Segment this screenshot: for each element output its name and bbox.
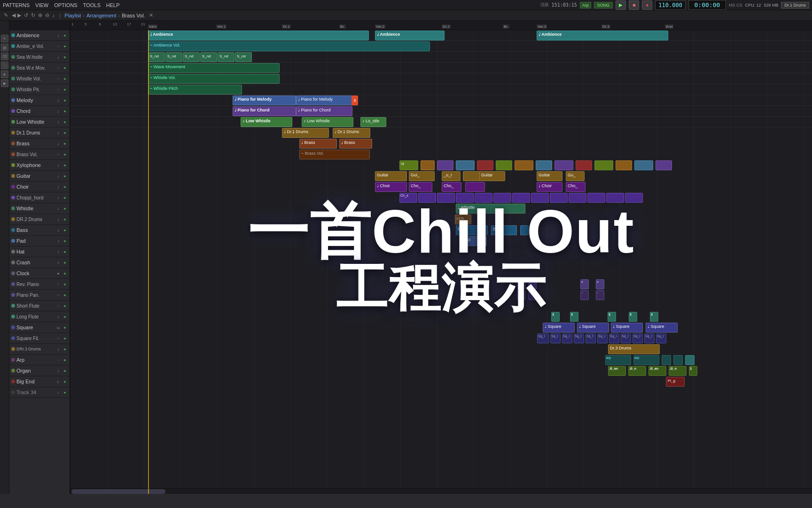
track-row-low-whistle[interactable]: Low Whistle ♪● — [9, 117, 70, 127]
clip-sea-whistle-6[interactable]: S_nd — [235, 52, 252, 62]
toolbar-icon-next[interactable]: ▶ — [17, 12, 21, 18]
track-row-whistle2[interactable]: Whistle ♩● — [9, 203, 70, 214]
track-row-pad[interactable]: Pad ♪● — [9, 236, 70, 246]
clip-bass-1[interactable]: Bass — [456, 225, 488, 235]
track-row-xylophone[interactable]: Xylophone ♩● — [9, 160, 70, 171]
track-row-melody[interactable]: Melody ♩● — [9, 95, 70, 106]
tool-select[interactable]: ▧ — [1, 44, 8, 51]
arrangement-link[interactable]: Arrangement — [86, 13, 117, 18]
breadcrumb-close[interactable]: ✕ — [149, 12, 153, 18]
toolbar-icon-undo[interactable]: ↺ — [24, 12, 28, 18]
menu-item-patterns[interactable]: PATTERNS — [3, 2, 30, 8]
clip-pad-1[interactable]: Pad — [461, 236, 487, 246]
track-row-dr3-drums[interactable]: DRr.3 Drums ♩● — [9, 344, 70, 355]
track-row-ambie-vol[interactable]: Ambie_e Vol. ~● — [9, 41, 70, 52]
track-row-dr2-drums[interactable]: DR.2 Drums ♩● — [9, 214, 70, 225]
menu-item-tools[interactable]: TOOLS — [83, 2, 101, 8]
track-row-organ[interactable]: Organ ♩● — [9, 365, 70, 376]
clip-ambie-vol[interactable]: ~ Ambience Vol. — [148, 41, 430, 51]
track-row-bass[interactable]: Bass ♩● — [9, 225, 70, 236]
horizontal-scrollbar[interactable] — [70, 488, 812, 494]
instrument-selector[interactable]: Dr.1 Drums — [781, 2, 809, 8]
clip-choir-2[interactable]: Cho_ — [409, 182, 432, 192]
clip-melody-1[interactable]: ♩ Piano for Melody — [233, 95, 296, 105]
clip-square-2[interactable]: ♩ Square — [577, 323, 609, 333]
clip-guitar-6[interactable]: Guitar — [537, 171, 562, 181]
track-row-ambience[interactable]: Ambience ♩● — [9, 30, 70, 41]
clip-brass-1[interactable]: ♩ Brass — [299, 139, 337, 149]
tool-playback[interactable]: ▶ — [1, 79, 8, 87]
track-row-rev-piano[interactable]: Rev. Piano ↑● — [9, 279, 70, 290]
clip-guitar-5[interactable]: Guitar — [479, 171, 505, 181]
track-row-choppi-hord[interactable]: Choppi_hord ♩● — [9, 192, 70, 203]
clip-ambience-2[interactable]: ♩ Ambience — [375, 31, 445, 40]
clip-chord-1[interactable]: ♩ Piano for Chord — [233, 106, 296, 116]
clip-arp-area[interactable]: arp arp — [605, 355, 699, 365]
tool-erase[interactable]: ⌫ — [1, 53, 8, 60]
clip-choir-3[interactable]: Cho_ — [442, 182, 461, 192]
track-row-long-flute[interactable]: Long Flute ♩● — [9, 311, 70, 322]
menu-item-help[interactable]: HELP — [106, 2, 120, 8]
track-row-square[interactable]: Square ω● — [9, 322, 70, 333]
clip-low-whistle-3[interactable]: ♪ Lo_stle — [360, 117, 386, 127]
clip-ambience-3[interactable]: ♩ Ambience — [537, 31, 668, 40]
toolbar-icon-redo[interactable]: ↻ — [31, 12, 35, 18]
track-row-hat[interactable]: Hat I● — [9, 246, 70, 257]
clip-guitar-2[interactable]: Gui_ — [409, 171, 435, 181]
bpm-display[interactable]: 110.000 — [655, 0, 686, 10]
menu-item-view[interactable]: VIEW — [35, 2, 48, 8]
song-button[interactable]: SONG — [594, 2, 613, 8]
track-row-choir[interactable]: Choir ♩● — [9, 182, 70, 192]
clip-square-4[interactable]: ♩ Square — [646, 323, 678, 333]
clip-choir-5[interactable]: ♩ Choir — [537, 182, 562, 192]
clip-chord-2[interactable]: ♩ Piano for Chord — [296, 106, 352, 116]
tool-zoom[interactable]: ⊕ — [1, 71, 8, 78]
clips-area[interactable]: ♩ Ambience ♩ Ambience ♩ Ambience ~ Ambie… — [70, 30, 812, 494]
clip-organ-area[interactable]: ♩0_an ♩0_n ♩0_an ♩0_n 3 — [608, 366, 702, 376]
stop-button[interactable]: ■ — [629, 0, 639, 10]
clip-low-whistle-1[interactable]: ♪ Low Whistle — [241, 117, 292, 127]
clip-guitar-4[interactable] — [463, 171, 482, 181]
clip-low-whistle-2[interactable]: ♪ Low Whistle — [302, 117, 353, 127]
toolbar-icon-zoom-in[interactable]: ⊕ — [38, 12, 42, 18]
tool-paint[interactable]: ⬛ — [1, 62, 8, 69]
toolbar-icon-volume[interactable]: ♪ — [52, 13, 55, 18]
clip-xylophone-area[interactable]: xy — [399, 160, 672, 170]
track-row-brass-vol[interactable]: Brass Vol. ~● — [9, 149, 70, 160]
toolbar-icon-pencil[interactable]: ✎ — [4, 12, 8, 18]
track-row-short-flute[interactable]: Short Flute ~● — [9, 301, 70, 311]
track-row-big-end[interactable]: Big End L● — [9, 376, 70, 387]
arrangement-view[interactable]: 1 5 9 13 17 21 Intro Ver.1 Dr.1 Br. Ver.… — [70, 21, 812, 494]
clip-choppi-area[interactable]: Ch_o — [399, 193, 672, 203]
clip-guitar-1[interactable]: Guitar — [375, 171, 407, 181]
toolbar-icon-prev[interactable]: ◀ — [12, 12, 16, 18]
clip-rev-piano-area[interactable]: » » » » — [517, 279, 616, 289]
clip-choir-4[interactable] — [465, 182, 485, 192]
record-button[interactable]: ● — [642, 0, 652, 10]
clip-whistle-1[interactable]: ♩ Whistle — [456, 204, 525, 214]
clip-sea-mov[interactable]: ~ Wave Movement — [148, 63, 280, 73]
track-row-whistle-vol[interactable]: Whistle Vol. ~● — [9, 73, 70, 84]
tool-draw[interactable]: ✎ — [1, 35, 8, 42]
track-row-track34[interactable]: Track 34 ♩● — [9, 387, 70, 398]
clip-bass-3[interactable] — [520, 225, 529, 235]
clip-dr2-1[interactable]: r.2 D. — [455, 214, 471, 224]
clip-sea-whistle-4[interactable]: S_nd — [200, 52, 217, 62]
clip-choir-6[interactable]: Cho_ — [566, 182, 586, 192]
clip-dr3-1[interactable]: Dr.3 Drums — [608, 344, 660, 354]
clip-whistle-vol[interactable]: ~ Whistle Vol. — [148, 74, 280, 84]
track-row-guitar[interactable]: Guitar ♩● — [9, 171, 70, 182]
track-row-brass[interactable]: Brass ♩● — [9, 138, 70, 149]
clip-ambience-1[interactable]: ♩ Ambience — [148, 31, 369, 40]
track-row-sea-whistle[interactable]: Sea W.histle ♩● — [9, 52, 70, 63]
track-row-sea-mov[interactable]: Sea W.e Mov. ~● — [9, 63, 70, 73]
clip-dr1-2[interactable]: ♩ Dr.1 Drums — [333, 128, 370, 138]
clip-piano-pan-area[interactable]: ~ ~ ~ ~ — [517, 290, 616, 300]
clip-bass-2[interactable]: Bass — [491, 225, 517, 235]
clip-brass-2[interactable]: ♩ Brass — [339, 139, 372, 149]
brass-vol-link[interactable]: Brass Vol. — [122, 13, 145, 18]
clip-brass-vol[interactable]: ~ Brass Vol. — [299, 150, 370, 159]
track-row-clock[interactable]: Clock ●● — [9, 268, 70, 279]
track-row-crash[interactable]: Crash I● — [9, 257, 70, 268]
clip-guitar-7[interactable]: Gu_ — [566, 171, 585, 181]
